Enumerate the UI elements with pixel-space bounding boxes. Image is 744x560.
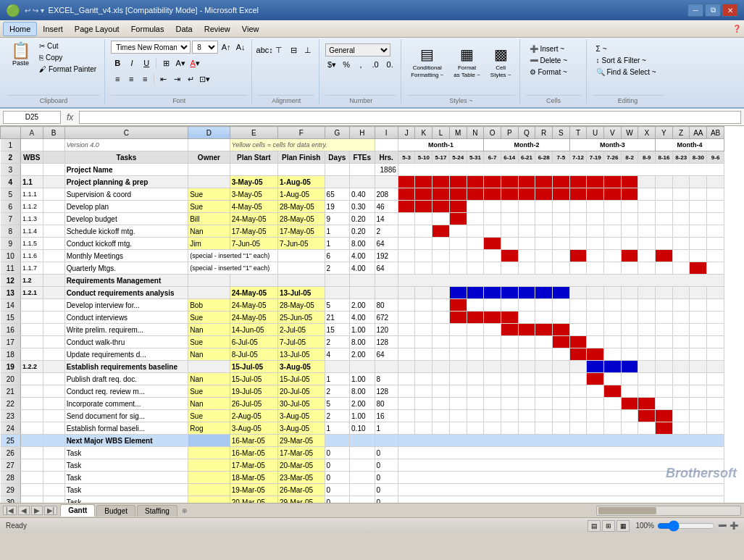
sheet-nav-last[interactable]: ▶| xyxy=(44,506,58,515)
indent-inc-button[interactable]: ⇥ xyxy=(170,72,183,85)
page-layout-view-button[interactable]: ⊞ xyxy=(602,520,615,532)
table-row[interactable]: 13 1.2.1 Conduct requirements analysis 2… xyxy=(1,287,724,299)
name-box[interactable] xyxy=(3,111,61,124)
zoom-slider[interactable] xyxy=(657,522,715,530)
percent-button[interactable]: % xyxy=(340,58,353,71)
close-button[interactable]: ✕ xyxy=(722,4,738,17)
sheet-tab-add[interactable]: ⊕ xyxy=(182,507,188,514)
border-button[interactable]: ⊞ xyxy=(159,57,172,70)
italic-button[interactable]: I xyxy=(125,57,138,70)
cut-button[interactable]: ✂ Cut xyxy=(35,41,100,51)
sheet-nav-first[interactable]: |◀ xyxy=(3,506,17,515)
menu-data[interactable]: Data xyxy=(170,22,198,36)
table-row[interactable]: 4 1.1 Project planning & prep 3-May-05 1… xyxy=(1,176,724,188)
merge-button[interactable]: ⊡▾ xyxy=(198,72,211,85)
table-row[interactable]: 22 Incorporate comment... Nan 26-Jul-05 … xyxy=(1,398,724,410)
sheet-nav-prev[interactable]: ◀ xyxy=(18,506,30,515)
accounting-format-button[interactable]: $▾ xyxy=(325,58,338,71)
table-row[interactable]: 25 Next Major WBS Element 16-Mar-05 29-M… xyxy=(1,435,724,447)
valign-top-button[interactable]: ⊤ xyxy=(272,43,285,57)
bold-button[interactable]: B xyxy=(111,57,124,70)
table-row[interactable]: 5 1.1.1 Supervision & coord Sue 3-May-05… xyxy=(1,188,724,201)
underline-button[interactable]: U xyxy=(140,57,153,70)
col-r: R xyxy=(535,127,553,139)
minimize-button[interactable]: ─ xyxy=(687,4,703,17)
align-right-button[interactable]: ≡ xyxy=(138,72,151,85)
grid-scroll-area[interactable]: A B C D E F G H I J K L M N O P Q xyxy=(0,126,744,503)
format-painter-button[interactable]: 🖌 Format Painter xyxy=(35,64,100,75)
wrap-text-button[interactable]: ↵ xyxy=(184,72,197,85)
table-row[interactable]: 24 Establish formal baseli... Rog 3-Aug-… xyxy=(1,422,724,435)
paste-button[interactable]: 📋 Paste xyxy=(7,41,34,69)
menu-view[interactable]: View xyxy=(236,22,265,36)
table-row[interactable]: 16 Write prelim. requirem... Nan 14-Jun-… xyxy=(1,324,724,336)
table-row[interactable]: 12 1.2 Requirements Management xyxy=(1,275,724,287)
restore-button[interactable]: ⧉ xyxy=(705,4,721,17)
normal-view-button[interactable]: ▤ xyxy=(588,520,601,532)
sheet-tab-staffing[interactable]: Staffing xyxy=(137,505,177,517)
cell-styles-button[interactable]: ▩ CellStyles ~ xyxy=(487,43,515,80)
valign-bot-button[interactable]: ⊥ xyxy=(301,43,314,57)
font-color-button[interactable]: A▾ xyxy=(188,57,201,70)
text-orient-button[interactable]: abc↕ xyxy=(258,43,271,57)
align-left-button[interactable]: ≡ xyxy=(111,72,124,85)
comma-button[interactable]: , xyxy=(354,58,367,71)
table-row[interactable]: 17 Conduct walk-thru Sue 6-Jul-05 7-Jul-… xyxy=(1,336,724,348)
menu-home[interactable]: Home xyxy=(3,22,37,36)
table-row[interactable]: 9 1.1.5 Conduct kickoff mtg. Jim 7-Jun-0… xyxy=(1,238,724,250)
table-row[interactable]: 6 1.1.2 Develop plan Sue 4-May-05 28-May… xyxy=(1,201,724,213)
decrease-font-button[interactable]: A↓ xyxy=(234,41,247,54)
table-row[interactable]: 23 Send document for sig... Sue 2-Aug-05… xyxy=(1,410,724,422)
menu-formulas[interactable]: Formulas xyxy=(125,22,170,36)
font-size-select[interactable]: 89101112 xyxy=(192,41,218,54)
conditional-formatting-button[interactable]: ▤ ConditionalFormatting ~ xyxy=(407,43,447,80)
increase-font-button[interactable]: A↑ xyxy=(220,41,233,54)
table-row[interactable]: 18 Update requirements d... Nan 8-Jul-05… xyxy=(1,348,724,361)
menu-review[interactable]: Review xyxy=(198,22,236,36)
menu-insert[interactable]: Insert xyxy=(37,22,69,36)
table-row[interactable]: 19 1.2.2 Establish requirements baseline… xyxy=(1,361,724,373)
formula-input[interactable] xyxy=(79,111,741,124)
indent-dec-button[interactable]: ⇤ xyxy=(156,72,170,85)
table-row[interactable]: 20 Publish draft req. doc. Nan 15-Jul-05… xyxy=(1,373,724,385)
zoom-decrease-button[interactable]: ➖ xyxy=(718,522,727,530)
number-format-select[interactable]: General Number Currency Date Percentage xyxy=(325,43,390,57)
table-row[interactable]: 1 Version 4.0 Yellow cells = cells for d… xyxy=(1,139,724,151)
decimal-dec-button[interactable]: 0. xyxy=(383,58,396,71)
table-row[interactable]: 26 Task 16-Mar-05 17-Mar-05 0 0 xyxy=(1,447,724,459)
table-row[interactable]: 21 Conduct req. review m... Sue 19-Jul-0… xyxy=(1,385,724,398)
insert-button[interactable]: ➕ Insert ~ xyxy=(526,43,569,54)
format-button[interactable]: ⚙ Format ~ xyxy=(526,67,571,78)
format-as-table-button[interactable]: ▦ Formatas Table ~ xyxy=(450,43,484,80)
table-row[interactable]: 30 Task 20-Mar-05 29-Mar-05 0 0 xyxy=(1,496,724,503)
delete-icon: ➖ xyxy=(530,57,538,64)
table-row[interactable]: 27 Task 17-Mar-05 20-Mar-05 0 0 xyxy=(1,459,724,472)
copy-button[interactable]: ⎘ Copy xyxy=(35,52,100,63)
table-row[interactable]: 2 WBS Tasks Owner Plan Start Plan Finish… xyxy=(1,151,724,164)
sort-filter-button[interactable]: ↕ Sort & Filter ~ xyxy=(593,55,650,66)
sheet-tab-budget[interactable]: Budget xyxy=(96,505,135,517)
horizontal-scrollbar[interactable] xyxy=(596,506,741,516)
table-row[interactable]: 14 Develop interview for... Bob 24-May-0… xyxy=(1,299,724,312)
table-row[interactable]: 15 Conduct interviews Sue 24-May-05 25-J… xyxy=(1,312,724,324)
valign-mid-button[interactable]: ⊟ xyxy=(287,43,300,57)
autosum-button[interactable]: Σ ~ xyxy=(593,43,611,54)
table-row[interactable]: 29 Task 19-Mar-05 26-Mar-05 0 0 xyxy=(1,484,724,496)
find-select-button[interactable]: 🔍 Find & Select ~ xyxy=(593,67,660,78)
align-center-button[interactable]: ≡ xyxy=(125,72,138,85)
delete-button[interactable]: ➖ Delete ~ xyxy=(526,55,572,66)
menu-page-layout[interactable]: Page Layout xyxy=(69,22,125,36)
sheet-nav-next[interactable]: ▶ xyxy=(31,506,43,515)
table-row[interactable]: 3 Project Name 1886 xyxy=(1,164,724,176)
zoom-increase-button[interactable]: ➕ xyxy=(730,522,738,530)
table-row[interactable]: 28 Task 18-Mar-05 23-Mar-05 0 0 xyxy=(1,472,724,484)
table-row[interactable]: 7 1.1.3 Develop budget Bill 24-May-05 28… xyxy=(1,213,724,225)
page-break-view-button[interactable]: ▦ xyxy=(616,520,630,532)
table-row[interactable]: 11 1.1.7 Quarterly Mtgs. (special - inse… xyxy=(1,262,724,275)
sheet-tab-gantt[interactable]: Gantt xyxy=(60,504,95,517)
table-row[interactable]: 10 1.1.6 Monthly Meetings (special - ins… xyxy=(1,250,724,262)
decimal-inc-button[interactable]: .0 xyxy=(369,58,382,71)
table-row[interactable]: 8 1.1.4 Schedule kickoff mtg. Nan 17-May… xyxy=(1,225,724,238)
fill-color-button[interactable]: A▾ xyxy=(174,57,187,70)
font-family-select[interactable]: Times New Roman Arial Calibri xyxy=(111,41,191,54)
